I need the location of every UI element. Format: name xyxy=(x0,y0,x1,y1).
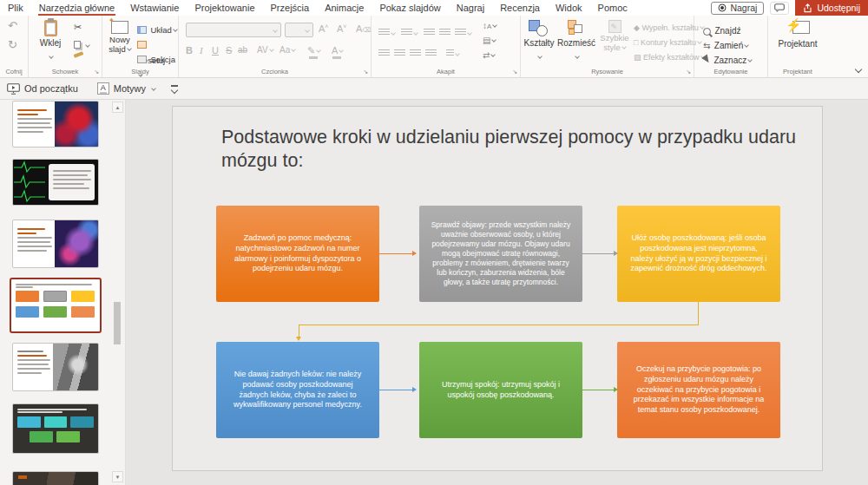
tab-nagraj[interactable]: Nagraj xyxy=(449,0,492,16)
font-color-button[interactable]: A xyxy=(332,45,343,56)
slide-thumbnail-3[interactable] xyxy=(12,220,99,268)
replace-button[interactable]: ⇆ Zamień xyxy=(703,36,748,52)
align-right-button[interactable] xyxy=(410,45,421,61)
tab-wstawianie[interactable]: Wstawianie xyxy=(122,0,187,16)
group-label-undo: Cofnij xyxy=(0,68,28,75)
text-direction-button[interactable]: ↕A xyxy=(483,21,496,30)
format-painter-button[interactable] xyxy=(74,51,84,58)
bullets-button[interactable] xyxy=(378,24,395,40)
grow-font-button[interactable]: A˄ xyxy=(319,23,328,34)
quick-access-row: Od początku A Motywy xyxy=(0,78,868,100)
thumbnails-scroll-up-button[interactable]: ▲ xyxy=(112,102,123,113)
bold-button[interactable]: B xyxy=(186,45,193,56)
change-case-button[interactable]: Aa xyxy=(279,45,295,55)
flow-box-no-medication[interactable]: Nie dawaj żadnych leków: nie należy poda… xyxy=(216,342,379,438)
slide-thumbnail-5[interactable] xyxy=(12,343,99,391)
find-button[interactable]: Znajdź xyxy=(703,22,740,37)
font-size-combobox[interactable] xyxy=(285,23,313,37)
dialog-launcher-icon[interactable]: ↘ xyxy=(686,69,691,75)
collapse-toolbar-icon[interactable] xyxy=(171,85,178,92)
select-label: Zaznacz xyxy=(713,56,746,65)
group-label-paragraph: Akapit xyxy=(372,68,520,75)
thumbnails-scrollbar-thumb[interactable] xyxy=(114,302,121,344)
align-center-button[interactable] xyxy=(394,45,405,61)
tab-animacje[interactable]: Animacje xyxy=(317,0,372,16)
arrange-label: Rozmieść xyxy=(557,38,595,48)
shape-fill-button[interactable]: ◆ Wypełn. kształtu xyxy=(634,23,704,32)
slide-thumbnail-1[interactable] xyxy=(12,101,99,147)
flow-box-wait-ambulance[interactable]: Oczekuj na przybycie pogotowia: po zgłos… xyxy=(617,342,780,438)
slide-thumbnail-4-selected[interactable] xyxy=(10,278,102,333)
collapse-ribbon-icon[interactable] xyxy=(855,66,862,73)
numbering-button[interactable] xyxy=(401,24,418,40)
align-text-button[interactable]: ▤ xyxy=(483,36,496,45)
themes-button[interactable]: A Motywy xyxy=(90,78,162,100)
underline-button[interactable]: U xyxy=(212,45,219,56)
shrink-font-button[interactable]: A˅ xyxy=(337,23,346,34)
increase-indent-button[interactable] xyxy=(439,24,450,40)
designer-button[interactable]: ⚡ Projektant xyxy=(773,19,822,49)
shapes-button[interactable]: Kształty xyxy=(523,17,556,63)
heart-image-preview xyxy=(55,102,98,147)
new-slide-label-2: slajd xyxy=(108,44,126,54)
italic-button[interactable]: I xyxy=(200,45,203,56)
share-button[interactable]: Udostępnij xyxy=(795,0,868,16)
designer-label: Projektant xyxy=(773,39,822,49)
slide-title[interactable]: Podstawowe kroki w udzielaniu pierwszej … xyxy=(221,126,820,173)
shape-outline-button[interactable]: □ Kontury kształtu xyxy=(634,38,701,47)
arrange-button[interactable]: Rozmieść xyxy=(557,17,595,63)
subscript-button[interactable]: ab xyxy=(238,45,247,55)
tab-pokaz-slajdow[interactable]: Pokaz slajdów xyxy=(372,0,448,16)
font-name-combobox[interactable] xyxy=(186,23,281,37)
redo-icon[interactable]: ↻ xyxy=(8,38,17,51)
clear-formatting-button[interactable]: A⌫ xyxy=(356,23,371,34)
chevron-down-icon xyxy=(127,46,132,51)
copy-button[interactable] xyxy=(74,36,89,52)
justify-button[interactable] xyxy=(425,45,437,61)
shape-outline-label: Kontury kształtu xyxy=(641,38,696,47)
slide-editor[interactable]: Podstawowe kroki w udzielaniu pierwszej … xyxy=(172,106,823,471)
tab-projektowanie[interactable]: Projektowanie xyxy=(187,0,262,16)
undo-icon[interactable]: ↶ xyxy=(8,19,17,32)
align-left-button[interactable] xyxy=(378,45,390,61)
columns-button[interactable] xyxy=(446,45,459,61)
record-button-label: Nagraj xyxy=(730,3,757,13)
group-label-designer: Projektant xyxy=(768,68,827,75)
tab-pomoc[interactable]: Pomoc xyxy=(590,0,635,16)
tab-recenzja[interactable]: Recenzja xyxy=(492,0,548,16)
cut-button[interactable]: ✂ xyxy=(74,22,82,33)
paste-button[interactable]: Wklej xyxy=(36,17,65,63)
tab-widok[interactable]: Widok xyxy=(548,0,590,16)
find-label: Znajdź xyxy=(714,26,740,36)
decrease-indent-button[interactable] xyxy=(424,24,435,40)
highlight-button[interactable]: ✎ xyxy=(307,45,320,56)
ribbon-group-font: A˄ A˅ A⌫ B I U S ab AV Aa ✎ A Czcionka ↘ xyxy=(179,16,372,77)
dialog-launcher-icon[interactable]: ↘ xyxy=(94,69,99,75)
thumbnails-scroll-down-button[interactable]: ▼ xyxy=(112,471,123,482)
comments-button[interactable] xyxy=(770,2,789,15)
new-slide-button[interactable]: Nowy slajd xyxy=(104,19,135,54)
tab-przejscia[interactable]: Przejścia xyxy=(263,0,318,16)
slide-thumbnail-6[interactable] xyxy=(12,403,99,454)
dialog-launcher-icon[interactable]: ↘ xyxy=(512,69,517,75)
strikethrough-button[interactable]: S xyxy=(226,45,232,56)
smartart-convert-button[interactable]: ⇄ xyxy=(483,50,495,60)
flow-box-call-for-help[interactable]: Zadzwoń po pomoc medyczną: natychmiastow… xyxy=(216,206,379,302)
tab-narzedzia-glowne[interactable]: Narzędzia główne xyxy=(31,0,122,16)
from-beginning-button[interactable]: Od początku xyxy=(0,78,85,100)
select-button[interactable]: Zaznacz xyxy=(703,51,752,67)
tab-plik[interactable]: Plik xyxy=(0,0,31,16)
flow-box-check-symptoms[interactable]: Sprawdź objawy: przede wszystkim należy … xyxy=(419,206,582,302)
character-spacing-button[interactable]: AV xyxy=(257,45,273,55)
chevron-down-icon xyxy=(575,54,580,59)
group-label-clipboard: Schowek xyxy=(29,68,102,75)
quick-styles-button[interactable]: ✎ Szybkie style xyxy=(599,17,630,52)
flow-box-stay-calm[interactable]: Utrzymuj spokój: utrzymuj spokój i uspok… xyxy=(419,342,582,438)
flow-box-position-victim[interactable]: Ułóż osobę poszkodowaną: jeśli osoba pos… xyxy=(617,206,780,302)
slide-thumbnail-7[interactable] xyxy=(12,471,99,485)
layout-button[interactable]: Układ xyxy=(137,21,177,36)
dialog-launcher-icon[interactable]: ↘ xyxy=(363,69,368,75)
record-button[interactable]: Nagraj xyxy=(711,2,764,15)
slide-thumbnail-2[interactable] xyxy=(12,159,99,206)
line-spacing-button[interactable] xyxy=(455,24,471,40)
